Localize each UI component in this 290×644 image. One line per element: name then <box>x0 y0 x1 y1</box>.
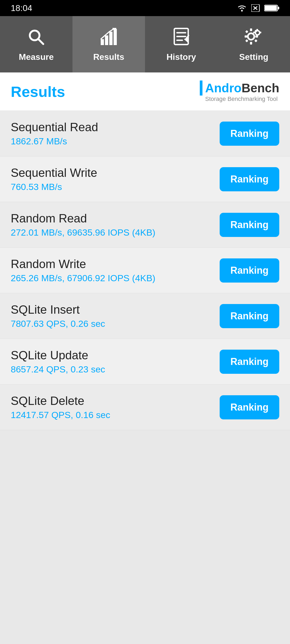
brand-name: AndroBench <box>205 81 279 95</box>
svg-rect-5 <box>265 6 277 10</box>
status-bar: 18:04 <box>0 0 290 16</box>
tab-measure-label: Measure <box>19 52 54 62</box>
setting-icon <box>243 27 264 49</box>
bench-row-sqlite-delete: SQLite Delete 12417.57 QPS, 0.16 sec Ran… <box>0 385 290 430</box>
bench-info-sqlite-delete: SQLite Delete 12417.57 QPS, 0.16 sec <box>11 394 110 420</box>
bench-value-sqlite-insert: 7807.63 QPS, 0.26 sec <box>11 319 105 329</box>
svg-rect-10 <box>105 35 108 45</box>
signal-icon <box>251 4 260 12</box>
svg-point-0 <box>241 10 243 12</box>
ranking-btn-sqlite-update[interactable]: Ranking <box>220 350 279 374</box>
svg-rect-28 <box>245 39 248 42</box>
bench-row-seq-read: Sequential Read 1862.67 MB/s Ranking <box>0 111 290 156</box>
tab-history[interactable]: History <box>145 16 218 72</box>
ranking-btn-seq-write[interactable]: Ranking <box>220 167 279 191</box>
tab-setting[interactable]: Setting <box>218 16 290 72</box>
bench-value-rand-read: 272.01 MB/s, 69635.96 IOPS (4KB) <box>11 227 155 238</box>
bench-info-sqlite-update: SQLite Update 8657.24 QPS, 0.23 sec <box>11 349 105 375</box>
bench-name-sqlite-update: SQLite Update <box>11 349 105 362</box>
svg-rect-23 <box>245 35 247 38</box>
svg-marker-17 <box>184 37 188 42</box>
bench-info-sqlite-insert: SQLite Insert 7807.63 QPS, 0.26 sec <box>11 303 105 329</box>
svg-rect-29 <box>256 29 258 31</box>
ranking-btn-sqlite-delete[interactable]: Ranking <box>220 395 279 419</box>
brand-bar <box>200 80 202 96</box>
results-header: Results AndroBench Storage Benchmarking … <box>0 72 290 111</box>
svg-rect-11 <box>109 32 113 45</box>
nav-tabs: Measure Results <box>0 16 290 72</box>
ranking-btn-rand-read[interactable]: Ranking <box>220 213 279 237</box>
bench-value-seq-write: 760.53 MB/s <box>11 182 97 192</box>
svg-rect-21 <box>250 28 252 31</box>
bench-info-rand-read: Random Read 272.01 MB/s, 69635.96 IOPS (… <box>11 212 155 238</box>
svg-rect-9 <box>101 39 104 45</box>
results-page-title: Results <box>11 83 65 100</box>
svg-rect-22 <box>250 42 252 45</box>
bench-info-rand-write: Random Write 265.26 MB/s, 67906.92 IOPS … <box>11 257 155 283</box>
bench-name-seq-read: Sequential Read <box>11 120 98 134</box>
svg-rect-26 <box>254 39 257 42</box>
tab-history-label: History <box>166 52 196 62</box>
brand-subtitle: Storage Benchmarking Tool <box>205 96 278 103</box>
tab-results[interactable]: Results <box>73 16 145 72</box>
bench-name-sqlite-insert: SQLite Insert <box>11 303 105 316</box>
status-time: 18:04 <box>11 3 32 13</box>
bench-info-seq-read: Sequential Read 1862.67 MB/s <box>11 120 98 147</box>
bench-value-sqlite-delete: 12417.57 QPS, 0.16 sec <box>11 410 110 420</box>
history-icon <box>172 27 191 49</box>
ranking-btn-rand-write[interactable]: Ranking <box>220 258 279 283</box>
bench-row-sqlite-update: SQLite Update 8657.24 QPS, 0.23 sec Rank… <box>0 339 290 385</box>
brand-logo: AndroBench Storage Benchmarking Tool <box>200 80 279 103</box>
bench-value-rand-write: 265.26 MB/s, 67906.92 IOPS (4KB) <box>11 273 155 283</box>
svg-point-19 <box>248 33 254 40</box>
bench-info-seq-write: Sequential Write 760.53 MB/s <box>11 166 97 192</box>
svg-rect-31 <box>253 32 255 33</box>
benchmark-list: Sequential Read 1862.67 MB/s Ranking Seq… <box>0 111 290 430</box>
tab-setting-label: Setting <box>239 52 268 62</box>
tab-results-label: Results <box>93 52 124 62</box>
bench-row-rand-read: Random Read 272.01 MB/s, 69635.96 IOPS (… <box>0 202 290 248</box>
svg-rect-32 <box>259 32 261 33</box>
bench-row-rand-write: Random Write 265.26 MB/s, 67906.92 IOPS … <box>0 248 290 293</box>
status-icons <box>237 4 279 12</box>
measure-icon <box>27 27 46 49</box>
svg-rect-6 <box>278 7 279 9</box>
wifi-icon <box>237 4 247 12</box>
svg-rect-30 <box>256 35 258 37</box>
bench-value-seq-read: 1862.67 MB/s <box>11 136 98 147</box>
bench-name-seq-write: Sequential Write <box>11 166 97 180</box>
bench-name-sqlite-delete: SQLite Delete <box>11 394 110 408</box>
bench-name-rand-read: Random Read <box>11 212 155 225</box>
bench-row-sqlite-insert: SQLite Insert 7807.63 QPS, 0.26 sec Rank… <box>0 293 290 339</box>
bench-value-sqlite-update: 8657.24 QPS, 0.23 sec <box>11 364 105 375</box>
brand-logo-main: AndroBench <box>200 80 279 96</box>
results-icon <box>99 27 118 49</box>
battery-icon <box>264 4 279 12</box>
ranking-btn-sqlite-insert[interactable]: Ranking <box>220 304 279 328</box>
ranking-btn-seq-read[interactable]: Ranking <box>220 122 279 146</box>
bench-name-rand-write: Random Write <box>11 257 155 271</box>
svg-rect-25 <box>245 30 248 33</box>
tab-measure[interactable]: Measure <box>0 16 73 72</box>
bench-row-seq-write: Sequential Write 760.53 MB/s Ranking <box>0 156 290 202</box>
svg-line-8 <box>38 39 43 44</box>
